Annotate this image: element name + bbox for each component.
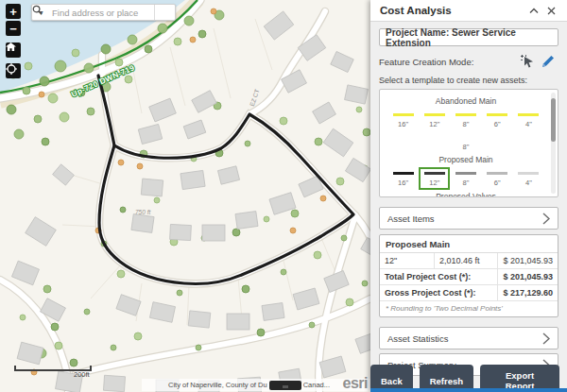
map-canvas[interactable]: Up-720 DWN-719EZ CT750 ft + − ▾ xyxy=(0,0,370,392)
template-item[interactable]: 4" xyxy=(513,167,544,190)
cost-cell: 2,010.46 ft xyxy=(435,253,498,269)
draw-mode-button[interactable] xyxy=(538,54,558,70)
template-size-label: 8" xyxy=(463,179,470,187)
tree xyxy=(7,105,16,114)
template-item[interactable]: 4" xyxy=(513,109,544,131)
template-group-row: 8" xyxy=(384,131,548,154)
template-item[interactable]: 12" xyxy=(419,109,450,131)
search-icon xyxy=(32,5,43,15)
locate-icon xyxy=(6,63,17,75)
tree xyxy=(211,9,216,14)
tree xyxy=(42,138,49,145)
template-size-label: 12" xyxy=(429,179,439,187)
building-footprint xyxy=(235,212,258,230)
tree xyxy=(196,345,201,350)
template-size-label: 12" xyxy=(429,121,439,128)
distance-label: 750 ft xyxy=(135,209,151,215)
template-swatch xyxy=(487,113,507,116)
pencil-icon xyxy=(541,54,556,69)
tree xyxy=(257,329,265,336)
tree xyxy=(55,342,62,349)
template-item[interactable]: 8" xyxy=(450,131,482,154)
total-cost-value: $ 201,045.93 xyxy=(498,269,558,285)
template-swatch xyxy=(455,172,476,175)
asset-statistics-label: Asset Statistics xyxy=(387,333,542,344)
template-item[interactable]: 16" xyxy=(387,109,419,131)
close-icon xyxy=(547,7,556,15)
tree xyxy=(125,76,132,83)
template-size-label: 6" xyxy=(494,179,501,187)
tree xyxy=(137,163,143,169)
tree xyxy=(34,115,42,123)
tree xyxy=(118,160,124,165)
building-footprint xyxy=(202,225,225,241)
template-item[interactable]: 8" xyxy=(450,167,481,190)
template-swatch xyxy=(393,172,414,175)
building-footprint xyxy=(103,375,125,391)
template-item[interactable]: 6" xyxy=(482,109,513,131)
tree xyxy=(242,285,249,293)
select-mode-button[interactable] xyxy=(517,54,538,70)
rounding-note: * Rounding to 'Two Decimal Points' xyxy=(380,301,558,316)
building-footprint xyxy=(170,224,192,240)
asset-statistics-section[interactable]: Asset Statistics xyxy=(379,327,558,349)
template-item[interactable]: 8" xyxy=(450,109,481,131)
tree xyxy=(39,92,44,97)
tree xyxy=(25,62,32,70)
template-group-title: Abandoned Main xyxy=(384,96,548,106)
collapse-button[interactable] xyxy=(525,3,542,18)
template-picker: Abandoned Main16"12"8"6"4"8"Proposed Mai… xyxy=(379,89,558,197)
template-size-label: 16" xyxy=(398,179,408,187)
tree xyxy=(174,38,181,45)
tree xyxy=(84,63,94,73)
template-group-title: Proposed Valves xyxy=(384,192,548,198)
template-swatch xyxy=(455,113,476,116)
template-group-row: 16"12"8"6"4" xyxy=(384,109,548,131)
basemap: Up-720 DWN-719EZ CT750 ft xyxy=(0,0,370,392)
attribution-text: City of Naperville, County of Du xyxy=(168,381,267,389)
scale-bar-label: 200ft xyxy=(74,370,90,379)
zoom-in-button[interactable]: + xyxy=(6,4,21,19)
project-name-field: Project Name: Sewer Service Extension xyxy=(379,28,558,46)
panel-title: Cost Analysis xyxy=(380,5,525,16)
cost-table-rows: 12"2,010.46 ft$ 201,045.93 xyxy=(380,253,558,269)
template-swatch xyxy=(393,113,414,116)
tree xyxy=(356,107,362,112)
close-button[interactable] xyxy=(542,3,559,18)
cost-table-header: Proposed Main xyxy=(380,235,558,253)
building-footprint xyxy=(141,179,163,196)
search-input[interactable] xyxy=(50,5,154,20)
template-group-row: 16"12"8"6"4" xyxy=(384,167,548,190)
gross-cost-row: Gross Project Cost (*): $ 217,129.60 xyxy=(380,285,558,301)
template-item[interactable]: 16" xyxy=(387,167,419,190)
asset-items-section[interactable]: Asset Items xyxy=(379,207,558,230)
zoom-out-button[interactable]: − xyxy=(6,21,21,36)
template-item-selected[interactable]: 12" xyxy=(419,167,450,190)
project-name-text: Project Name: Sewer Service Extension xyxy=(386,27,552,48)
tree xyxy=(190,37,196,43)
chevron-right-icon xyxy=(542,213,550,225)
template-scrollbar xyxy=(551,93,556,194)
panel-header: Cost Analysis xyxy=(370,0,567,22)
tree xyxy=(198,30,206,38)
tree xyxy=(23,87,30,94)
tree xyxy=(84,309,90,315)
building-footprint xyxy=(131,214,154,233)
locate-button[interactable] xyxy=(6,63,21,78)
template-scrollbar-thumb[interactable] xyxy=(551,98,556,142)
tree xyxy=(346,298,353,306)
total-cost-label: Total Project Cost (*): xyxy=(380,269,498,285)
search-button[interactable] xyxy=(154,5,175,20)
tree xyxy=(341,235,347,241)
template-swatch xyxy=(424,113,445,116)
template-group-title: Proposed Main xyxy=(384,155,548,164)
tree xyxy=(72,49,79,57)
asset-items-label: Asset Items xyxy=(387,213,542,224)
home-button[interactable] xyxy=(6,43,21,58)
building-footprint xyxy=(262,303,284,321)
template-size-label: 4" xyxy=(525,179,532,187)
tree xyxy=(120,207,126,213)
tree xyxy=(40,77,49,86)
cost-cell: $ 201,045.93 xyxy=(498,253,558,269)
template-item[interactable]: 6" xyxy=(482,167,513,190)
